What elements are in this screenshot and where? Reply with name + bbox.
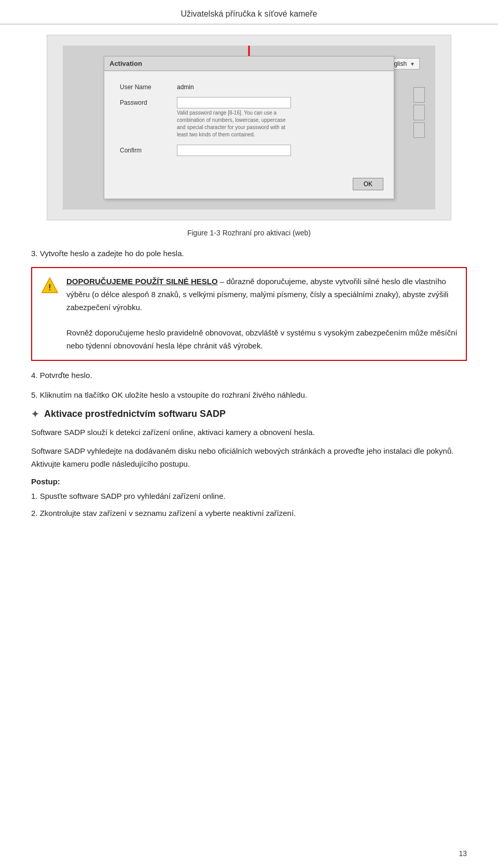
warning-triangle-icon: ! [40, 276, 59, 295]
warning-text-content: DOPORUČUJEME POUŽÍT SILNÉ HESLO – důrazn… [66, 275, 458, 353]
numbered-item-1: 1. Spusťte software SADP pro vyhledání z… [31, 490, 467, 503]
page-title: Uživatelská příručka k síťové kameře [181, 9, 317, 18]
section-heading: ✦ Aktivace prostřednictvím softwaru SADP [31, 409, 467, 420]
dialog-title: Activation [109, 60, 142, 67]
side-button-2[interactable] [413, 105, 425, 120]
postup-label: Postup: [31, 477, 467, 486]
figure-caption: Figure 1-3 Rozhraní pro aktivaci (web) [31, 229, 467, 237]
diamond-icon: ✦ [31, 409, 39, 420]
password-hint: Valid password range [8-16]. You can use… [177, 109, 291, 138]
side-buttons [413, 87, 425, 138]
section-heading-text: Aktivace prostřednictvím softwaru SADP [44, 409, 226, 419]
password-label: Password [120, 97, 177, 106]
warning-box: ! DOPORUČUJEME POUŽÍT SILNÉ HESLO – důra… [31, 267, 467, 361]
password-input[interactable] [177, 97, 291, 108]
confirm-input[interactable] [177, 145, 291, 156]
side-button-1[interactable] [413, 87, 425, 103]
dialog-footer: OK [104, 173, 394, 199]
username-row: User Name admin [120, 81, 378, 91]
ok-button[interactable]: OK [353, 178, 383, 190]
dialog-titlebar: Activation [104, 57, 394, 71]
username-label: User Name [120, 81, 177, 91]
svg-text:!: ! [48, 283, 51, 292]
step-3-text: 3. Vytvořte heslo a zadejte ho do pole h… [31, 247, 467, 260]
confirm-label: Confirm [120, 145, 177, 154]
step-4-text: 4. Potvrďte heslo. [31, 369, 467, 382]
figure-container: English ▼ Activation User Name [47, 35, 451, 220]
password-row: Password Valid password range [8-16]. Yo… [120, 97, 378, 138]
side-button-3[interactable] [413, 122, 425, 138]
section-body-2: Software SADP vyhledejte na dodávaném di… [31, 445, 467, 471]
warning-strong: DOPORUČUJEME POUŽÍT SILNÉ HESLO [66, 277, 218, 286]
warning-text2: Rovněž doporučujeme heslo pravidelně obn… [66, 328, 458, 350]
page-number: 13 [459, 849, 467, 858]
username-value: admin [177, 81, 194, 91]
confirm-row: Confirm [120, 145, 378, 156]
step-5-text: 5. Kliknutím na tlačítko OK uložíte hesl… [31, 389, 467, 401]
activation-dialog: Activation User Name admin Password [104, 56, 394, 199]
numbered-item-2: 2. Zkontrolujte stav zařízení v seznamu … [31, 507, 467, 520]
page-header: Uživatelská příručka k síťové kameře [0, 0, 498, 24]
section-body-1: Software SADP slouží k detekci zařízení … [31, 426, 467, 439]
